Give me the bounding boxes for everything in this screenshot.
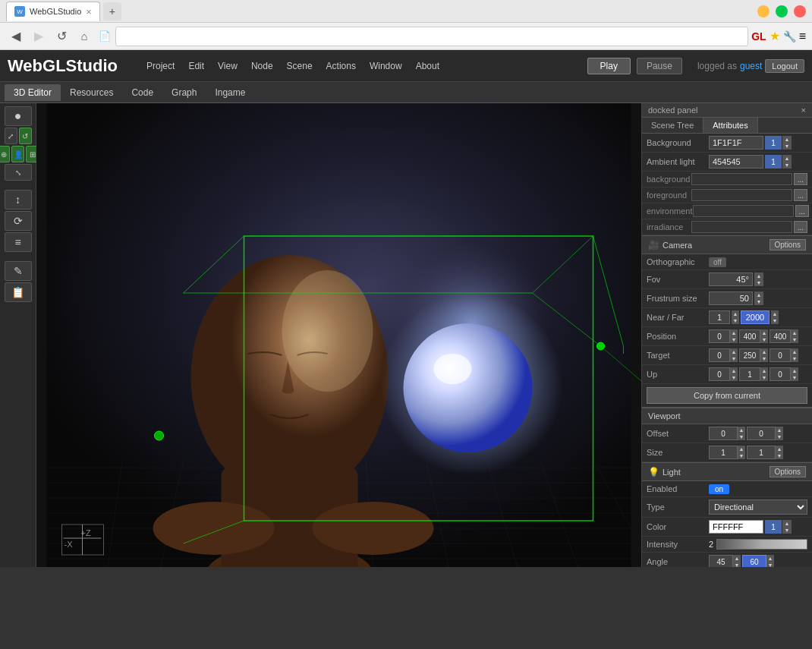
copy-from-current-btn[interactable]: Copy from current — [647, 387, 807, 404]
background-mult-btn[interactable]: 1 — [765, 136, 782, 150]
pos-y[interactable] — [739, 329, 760, 343]
menu-project[interactable]: Project — [140, 58, 181, 74]
camera-options-btn[interactable]: Options — [770, 239, 806, 250]
tab-close-btn[interactable]: × — [86, 6, 92, 17]
environment-input[interactable] — [693, 205, 794, 217]
size-x[interactable] — [709, 446, 738, 459]
menu-view[interactable]: View — [212, 58, 244, 74]
fov-down[interactable]: ▼ — [754, 279, 763, 286]
pos-z[interactable] — [770, 329, 791, 343]
enabled-row: Enabled on — [642, 481, 812, 497]
frustrum-up[interactable]: ▲ — [754, 291, 763, 298]
tab-resources[interactable]: Resources — [61, 84, 122, 101]
tab-3deditor[interactable]: 3D Editor — [5, 84, 61, 101]
fg-env-input[interactable] — [691, 189, 792, 201]
frustrum-input[interactable] — [709, 291, 753, 305]
bg-env-btn[interactable]: ... — [794, 173, 807, 185]
ambient-mult-btn[interactable]: 1 — [765, 155, 782, 169]
extensions-icon[interactable]: 🔧 — [783, 30, 796, 43]
angle-val2[interactable] — [742, 555, 766, 567]
move-tool[interactable]: ⤢ — [5, 128, 17, 144]
back-btn[interactable]: ◀ — [6, 27, 26, 46]
menu-icon[interactable]: ≡ — [799, 30, 806, 43]
fg-env-label: foreground — [647, 191, 691, 200]
irradiance-btn[interactable]: ... — [794, 221, 807, 233]
fov-input[interactable] — [709, 273, 753, 286]
offset-y[interactable] — [747, 427, 776, 440]
tgt-x[interactable] — [709, 348, 730, 362]
bg-env-input[interactable] — [691, 173, 792, 185]
environment-btn[interactable]: ... — [795, 205, 809, 217]
cursor-tool[interactable]: ✎ — [5, 261, 32, 281]
rotate-tool[interactable]: ↺ — [19, 128, 32, 144]
up-x[interactable] — [709, 367, 730, 381]
pause-button[interactable]: Pause — [637, 58, 682, 74]
forward-btn[interactable]: ▶ — [29, 27, 49, 46]
layers-tool[interactable]: ≡ — [5, 232, 32, 252]
far-up[interactable]: ▲ — [771, 310, 779, 317]
tgt-z[interactable] — [770, 348, 791, 362]
logout-button[interactable]: Logout — [765, 59, 804, 73]
background-color-input[interactable] — [709, 136, 763, 150]
near-down[interactable]: ▼ — [732, 317, 739, 324]
far-down[interactable]: ▼ — [771, 317, 779, 324]
near-input[interactable] — [709, 310, 730, 324]
fg-env-btn[interactable]: ... — [794, 189, 807, 201]
tab-attributes[interactable]: Attributes — [703, 118, 757, 133]
pos-x[interactable] — [709, 329, 730, 343]
select-tool[interactable]: ● — [5, 106, 32, 126]
ambient-color-input[interactable] — [709, 155, 763, 169]
viewport[interactable]: -X +Z — [36, 103, 641, 567]
play-button[interactable]: Play — [587, 58, 631, 74]
type-select[interactable]: Directional — [709, 499, 807, 515]
offset-x[interactable] — [709, 427, 738, 440]
ortho-toggle[interactable]: off — [709, 257, 726, 267]
near-up[interactable]: ▲ — [732, 310, 739, 317]
expand-tool[interactable]: ⤡ — [5, 164, 32, 181]
tgt-y[interactable] — [739, 348, 760, 362]
address-bar[interactable] — [115, 27, 748, 46]
scale-tool[interactable]: ⊕ — [0, 146, 10, 162]
orbit-tool[interactable]: ⟳ — [5, 211, 32, 231]
ambient-spinner[interactable]: ▲ ▼ — [782, 155, 792, 169]
new-tab-btn[interactable]: + — [103, 2, 121, 20]
menu-scene[interactable]: Scene — [281, 58, 319, 74]
fov-up[interactable]: ▲ — [754, 273, 763, 279]
irradiance-input[interactable] — [691, 221, 792, 233]
menu-edit[interactable]: Edit — [182, 58, 210, 74]
menu-actions[interactable]: Actions — [320, 58, 362, 74]
menu-window[interactable]: Window — [364, 58, 408, 74]
up-y[interactable] — [739, 367, 760, 381]
size-y[interactable] — [747, 446, 776, 459]
panel-close-icon[interactable]: × — [801, 106, 806, 115]
browser-tab[interactable]: W WebGLStudio × — [6, 2, 100, 21]
home-btn[interactable]: ⌂ — [74, 27, 94, 46]
menu-node[interactable]: Node — [245, 58, 279, 74]
minimize-btn[interactable] — [757, 5, 770, 17]
info-tool[interactable]: 📋 — [5, 282, 32, 302]
frustrum-row: Frustrum size ▲ ▼ — [642, 289, 812, 308]
far-input[interactable] — [741, 310, 770, 324]
tab-graph[interactable]: Graph — [162, 84, 206, 101]
tab-code[interactable]: Code — [122, 84, 162, 101]
enabled-toggle[interactable]: on — [709, 484, 729, 494]
frustrum-down[interactable]: ▼ — [754, 298, 763, 305]
star-icon[interactable]: ★ — [770, 29, 780, 43]
light-options-btn[interactable]: Options — [770, 466, 806, 477]
light-color-mult[interactable]: 1 — [765, 520, 782, 534]
app-tabs: 3D Editor Resources Code Graph Ingame — [0, 82, 812, 103]
up-z[interactable] — [770, 367, 791, 381]
transform-tool[interactable]: ↕ — [5, 190, 32, 210]
environment-row: environment ... — [642, 203, 812, 219]
intensity-bar[interactable] — [716, 539, 807, 550]
refresh-btn[interactable]: ↺ — [52, 27, 71, 46]
maximize-btn[interactable] — [776, 5, 788, 17]
close-btn[interactable] — [794, 5, 806, 17]
tab-scene-tree[interactable]: Scene Tree — [642, 118, 703, 133]
person-tool[interactable]: 👤 — [11, 146, 24, 162]
background-spinner[interactable]: ▲ ▼ — [782, 136, 792, 150]
tab-ingame[interactable]: Ingame — [206, 84, 254, 101]
angle-val1[interactable] — [709, 555, 733, 567]
light-color-input[interactable] — [709, 520, 763, 534]
menu-about[interactable]: About — [410, 58, 445, 74]
